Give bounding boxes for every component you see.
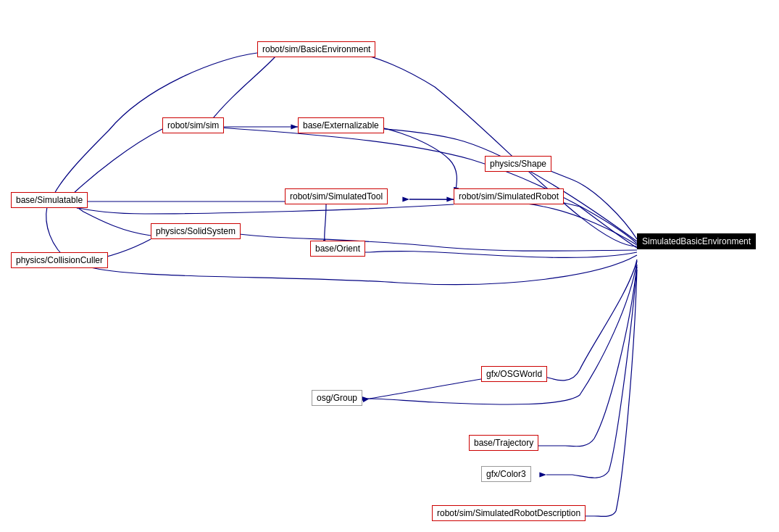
- node-robot-sim-SimulatedRobotDescription: robot/sim/SimulatedRobotDescription: [432, 505, 586, 521]
- diagram-container: SimulatedBasicEnvironment robot/sim/Basi…: [0, 0, 779, 532]
- node-physics-SolidSystem: physics/SolidSystem: [151, 223, 241, 239]
- node-robot-sim-sim: robot/sim/sim: [162, 117, 224, 133]
- node-gfx-Color3: gfx/Color3: [481, 466, 531, 482]
- node-SimulatedBasicEnvironment: SimulatedBasicEnvironment: [637, 233, 756, 249]
- node-base-Orient: base/Orient: [310, 241, 365, 257]
- dependency-arrows: [0, 0, 779, 532]
- node-physics-CollisionCuller: physics/CollisionCuller: [11, 252, 108, 268]
- node-base-Externalizable: base/Externalizable: [298, 117, 384, 133]
- node-robot-sim-SimulatedTool: robot/sim/SimulatedTool: [285, 188, 388, 204]
- node-osg-Group: osg/Group: [312, 390, 362, 406]
- node-physics-Shape: physics/Shape: [485, 156, 551, 172]
- node-robot-sim-BasicEnvironment: robot/sim/BasicEnvironment: [257, 41, 375, 57]
- node-base-Trajectory: base/Trajectory: [469, 435, 538, 451]
- node-base-Simulatable: base/Simulatable: [11, 192, 88, 208]
- node-gfx-OSGWorld: gfx/OSGWorld: [481, 366, 547, 382]
- node-robot-sim-SimulatedRobot: robot/sim/SimulatedRobot: [454, 188, 564, 204]
